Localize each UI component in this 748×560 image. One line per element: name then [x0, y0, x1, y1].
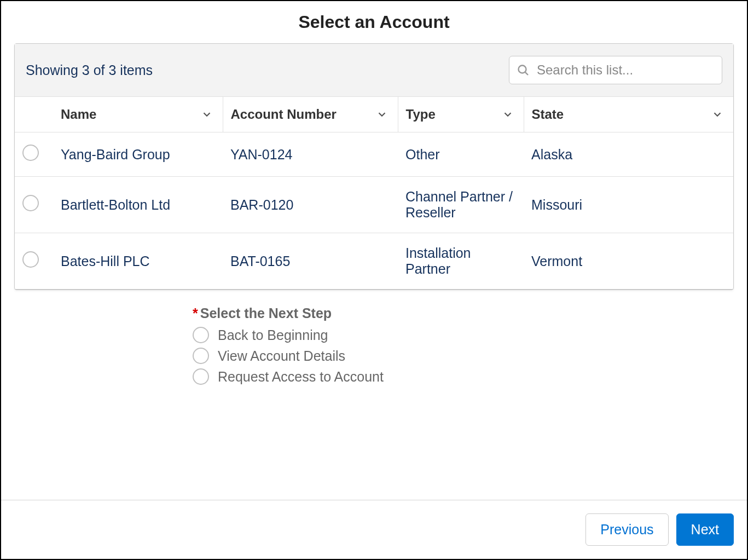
option-label: Request Access to Account [218, 369, 384, 385]
cell-name: Bartlett-Bolton Ltd [53, 177, 223, 233]
cell-name: Yang-Baird Group [53, 132, 223, 177]
next-button[interactable]: Next [676, 513, 734, 546]
chevron-down-icon [711, 108, 723, 120]
cell-type: Channel Partner / Reseller [398, 177, 524, 233]
option-radio[interactable] [193, 368, 209, 385]
chevron-down-icon [376, 108, 388, 120]
option-view-account-details[interactable]: View Account Details [193, 348, 734, 364]
search-icon [517, 63, 530, 77]
column-header-name-label: Name [61, 107, 96, 122]
required-marker: * [193, 305, 198, 321]
page-title: Select an Account [14, 12, 734, 32]
next-step-label-text: Select the Next Step [200, 305, 332, 321]
table-row[interactable]: Bartlett-Bolton Ltd BAR-0120 Channel Par… [15, 177, 733, 233]
row-select-cell [15, 233, 53, 290]
column-header-state-label: State [532, 107, 564, 122]
previous-button[interactable]: Previous [585, 513, 668, 546]
option-radio[interactable] [193, 327, 209, 343]
svg-line-1 [525, 72, 528, 75]
content-area: Select an Account Showing 3 of 3 items [1, 1, 747, 500]
cell-type: Other [398, 132, 524, 177]
table-row[interactable]: Yang-Baird Group YAN-0124 Other Alaska [15, 132, 733, 177]
search-input[interactable] [509, 56, 722, 84]
option-back-to-beginning[interactable]: Back to Beginning [193, 327, 734, 343]
row-select-cell [15, 132, 53, 177]
cell-name: Bates-Hill PLC [53, 233, 223, 290]
showing-count-text: Showing 3 of 3 items [26, 62, 153, 78]
footer-bar: Previous Next [1, 500, 747, 559]
option-request-access[interactable]: Request Access to Account [193, 368, 734, 385]
column-header-name[interactable]: Name [53, 97, 223, 132]
cell-account-number: BAR-0120 [223, 177, 398, 233]
option-label: View Account Details [218, 348, 345, 364]
chevron-down-icon [201, 108, 213, 120]
dialog-window: Select an Account Showing 3 of 3 items [0, 0, 748, 560]
cell-account-number: BAT-0165 [223, 233, 398, 290]
table-row[interactable]: Bates-Hill PLC BAT-0165 Installation Par… [15, 233, 733, 290]
row-select-cell [15, 177, 53, 233]
row-radio[interactable] [22, 195, 39, 211]
option-label: Back to Beginning [218, 327, 328, 343]
list-header: Showing 3 of 3 items [15, 44, 733, 97]
chevron-down-icon [502, 108, 514, 120]
column-header-select [15, 97, 53, 132]
next-step-block: *Select the Next Step Back to Beginning … [193, 305, 734, 385]
option-radio[interactable] [193, 348, 209, 364]
account-list-container: Showing 3 of 3 items [14, 43, 734, 290]
table-header-row: Name Account Number Type [15, 97, 733, 132]
cell-state: Missouri [524, 177, 733, 233]
next-step-label: *Select the Next Step [193, 305, 734, 321]
column-header-type[interactable]: Type [398, 97, 524, 132]
row-radio[interactable] [22, 251, 39, 268]
cell-state: Vermont [524, 233, 733, 290]
cell-type: Installation Partner [398, 233, 524, 290]
svg-point-0 [519, 66, 526, 73]
column-header-state[interactable]: State [524, 97, 733, 132]
column-header-account-number[interactable]: Account Number [223, 97, 398, 132]
cell-state: Alaska [524, 132, 733, 177]
column-header-type-label: Type [406, 107, 436, 122]
search-box [509, 56, 722, 84]
row-radio[interactable] [22, 145, 39, 161]
column-header-account-number-label: Account Number [231, 107, 337, 122]
cell-account-number: YAN-0124 [223, 132, 398, 177]
accounts-table: Name Account Number Type [15, 97, 733, 290]
